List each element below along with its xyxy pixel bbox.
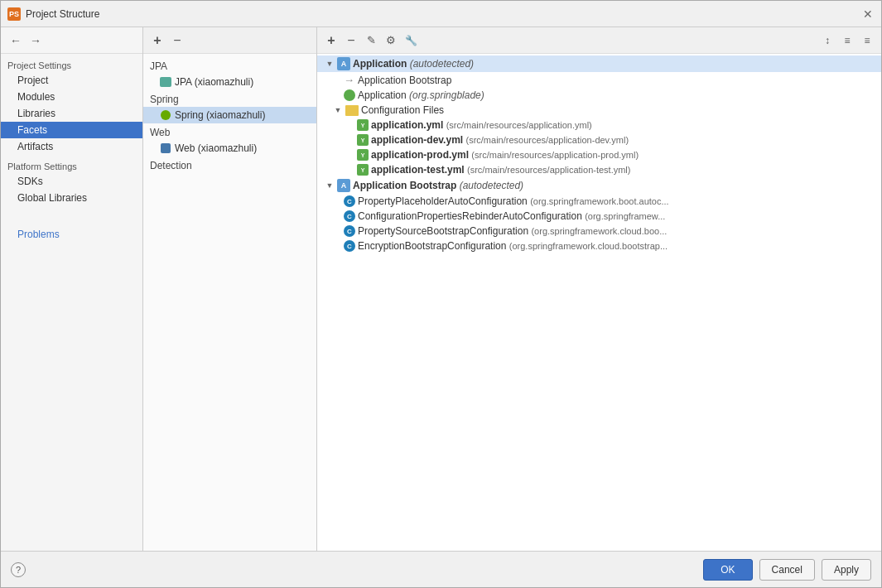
application-icon: A bbox=[337, 57, 350, 70]
detection-group-label: Detection bbox=[143, 157, 316, 173]
property-placeholder-label: PropertyPlaceholderAutoConfiguration (or… bbox=[358, 195, 669, 207]
application-yml-label: application.yml (src/main/resources/appl… bbox=[371, 119, 592, 131]
yaml-icon-2: Y bbox=[357, 134, 369, 146]
jpa-xiaomazhuli-item[interactable]: JPA (xiaomazhuli) bbox=[143, 74, 316, 90]
jpa-group-label: JPA bbox=[143, 57, 316, 74]
right-extra-button[interactable]: 🔧 bbox=[402, 31, 420, 50]
left-nav-header: ← → bbox=[1, 27, 142, 54]
window-controls: ✕ bbox=[861, 7, 875, 21]
right-add-button[interactable]: + bbox=[322, 31, 340, 50]
application-bootstrap-arrow-item[interactable]: → Application Bootstrap bbox=[317, 72, 881, 88]
encryption-bootstrap-label: EncryptionBootstrapConfiguration (org.sp… bbox=[358, 240, 668, 252]
spring-xiaomazhuli-item[interactable]: Spring (xiaomazhuli) bbox=[143, 107, 316, 123]
application-dev-yml-item[interactable]: Y application-dev.yml (src/main/resource… bbox=[317, 133, 881, 147]
c-icon-1: C bbox=[344, 195, 355, 207]
title-bar: PS Project Structure ✕ bbox=[1, 1, 881, 27]
right-toolbar: + − ✎ ⚙ 🔧 ↕ ≡ ≡ bbox=[317, 27, 881, 54]
app-bootstrap-icon: A bbox=[337, 179, 350, 192]
spring-group-label: Spring bbox=[143, 90, 316, 107]
close-button[interactable]: ✕ bbox=[861, 7, 875, 21]
main-content: ← → Project Settings Project Modules Lib… bbox=[1, 27, 881, 551]
application-bootstrap-autodetected-label: Application Bootstrap (autodetected) bbox=[353, 180, 523, 191]
right-settings-button[interactable]: ⚙ bbox=[382, 31, 400, 50]
application-orgspringblade-item[interactable]: Application (org.springblade) bbox=[317, 88, 881, 103]
application-test-yml-item[interactable]: Y application-test.yml (src/main/resourc… bbox=[317, 162, 881, 177]
property-placeholder-item[interactable]: C PropertyPlaceholderAutoConfiguration (… bbox=[317, 194, 881, 209]
sidebar-item-libraries[interactable]: Libraries bbox=[1, 105, 142, 122]
window-title: Project Structure bbox=[26, 8, 861, 20]
sidebar-item-sdks[interactable]: SDKs bbox=[1, 173, 142, 190]
application-bootstrap-autodetected-item[interactable]: ▼ A Application Bootstrap (autodetected) bbox=[317, 177, 881, 194]
sidebar-item-project[interactable]: Project bbox=[1, 72, 142, 89]
sidebar-item-facets[interactable]: Facets bbox=[1, 122, 142, 138]
web-group-label: Web bbox=[143, 123, 316, 140]
project-structure-window: PS Project Structure ✕ ← → Project Setti… bbox=[0, 0, 882, 588]
application-arrow: ▼ bbox=[324, 58, 335, 70]
right-toolbar-right: ↕ ≡ ≡ bbox=[818, 31, 876, 50]
configuration-files-label: Configuration Files bbox=[361, 104, 444, 116]
leaf-icon bbox=[344, 89, 355, 101]
bottom-bar: ? OK Cancel Apply bbox=[1, 551, 881, 587]
web-icon bbox=[160, 142, 171, 154]
middle-panel: + − JPA JPA (xiaomazhuli) Spring bbox=[143, 27, 317, 551]
bottom-area: ? OK Cancel Apply bbox=[1, 551, 881, 587]
help-button[interactable]: ? bbox=[11, 562, 26, 577]
project-settings-label: Project Settings bbox=[1, 57, 142, 72]
back-button[interactable]: ← bbox=[7, 32, 24, 49]
app-icon: PS bbox=[7, 7, 21, 21]
right-tree: ▼ A Application (autodetected) → Applica… bbox=[317, 54, 881, 551]
config-files-arrow: ▼ bbox=[332, 104, 344, 116]
application-springblade-label: Application (org.springblade) bbox=[358, 89, 484, 101]
jpa-icon bbox=[160, 76, 171, 88]
c-icon-3: C bbox=[344, 225, 355, 237]
remove-facet-button[interactable]: − bbox=[168, 31, 186, 50]
c-icon-2: C bbox=[344, 210, 355, 222]
application-label: Application (autodetected) bbox=[353, 58, 474, 70]
platform-settings-label: Platform Settings bbox=[1, 155, 142, 173]
folder-icon bbox=[345, 105, 359, 116]
application-dev-yml-label: application-dev.yml (src/main/resources/… bbox=[371, 134, 629, 146]
middle-tree: JPA JPA (xiaomazhuli) Spring Spring (xia… bbox=[143, 54, 316, 551]
configuration-files-item[interactable]: ▼ Configuration Files bbox=[317, 103, 881, 118]
yaml-icon-4: Y bbox=[357, 164, 369, 176]
sort-button[interactable]: ↕ bbox=[818, 31, 836, 50]
property-source-bootstrap-label: PropertySourceBootstrapConfiguration (or… bbox=[358, 225, 667, 237]
yaml-icon-1: Y bbox=[357, 119, 369, 131]
web-xiaomazhuli-item[interactable]: Web (xiaomazhuli) bbox=[143, 140, 316, 157]
add-facet-button[interactable]: + bbox=[148, 31, 166, 50]
application-bootstrap-label: Application Bootstrap bbox=[358, 75, 451, 86]
right-panel: + − ✎ ⚙ 🔧 ↕ ≡ ≡ ▼ A bbox=[317, 27, 881, 551]
collapse-button[interactable]: ≡ bbox=[858, 31, 876, 50]
application-yml-item[interactable]: Y application.yml (src/main/resources/ap… bbox=[317, 118, 881, 133]
sidebar-item-modules[interactable]: Modules bbox=[1, 89, 142, 105]
config-props-rebinder-item[interactable]: C ConfigurationPropertiesRebinderAutoCon… bbox=[317, 209, 881, 224]
application-test-yml-label: application-test.yml (src/main/resources… bbox=[371, 164, 630, 176]
ok-button[interactable]: OK bbox=[703, 559, 752, 581]
encryption-bootstrap-item[interactable]: C EncryptionBootstrapConfiguration (org.… bbox=[317, 239, 881, 253]
yaml-icon-3: Y bbox=[357, 149, 369, 161]
expand-button[interactable]: ≡ bbox=[838, 31, 856, 50]
sidebar-item-global-libraries[interactable]: Global Libraries bbox=[1, 190, 142, 206]
sidebar-item-problems[interactable]: Problems bbox=[1, 226, 142, 243]
arrow-icon: → bbox=[344, 74, 354, 86]
property-source-bootstrap-item[interactable]: C PropertySourceBootstrapConfiguration (… bbox=[317, 224, 881, 239]
middle-toolbar: + − bbox=[143, 27, 316, 54]
right-remove-button[interactable]: − bbox=[342, 31, 360, 50]
config-props-rebinder-label: ConfigurationPropertiesRebinderAutoConfi… bbox=[358, 210, 665, 222]
right-edit-button[interactable]: ✎ bbox=[362, 31, 380, 50]
left-nav-tree: Project Settings Project Modules Librari… bbox=[1, 54, 142, 551]
left-panel: ← → Project Settings Project Modules Lib… bbox=[1, 27, 143, 551]
apply-button[interactable]: Apply bbox=[822, 559, 871, 581]
spring-icon bbox=[160, 109, 171, 121]
c-icon-4: C bbox=[344, 240, 355, 252]
application-prod-yml-label: application-prod.yml (src/main/resources… bbox=[371, 149, 639, 161]
sidebar-item-artifacts[interactable]: Artifacts bbox=[1, 138, 142, 155]
cancel-button[interactable]: Cancel bbox=[759, 559, 815, 581]
app-bootstrap-arrow: ▼ bbox=[324, 180, 335, 191]
forward-button[interactable]: → bbox=[27, 32, 44, 49]
application-autodetected-item[interactable]: ▼ A Application (autodetected) bbox=[317, 55, 881, 72]
application-prod-yml-item[interactable]: Y application-prod.yml (src/main/resourc… bbox=[317, 147, 881, 162]
